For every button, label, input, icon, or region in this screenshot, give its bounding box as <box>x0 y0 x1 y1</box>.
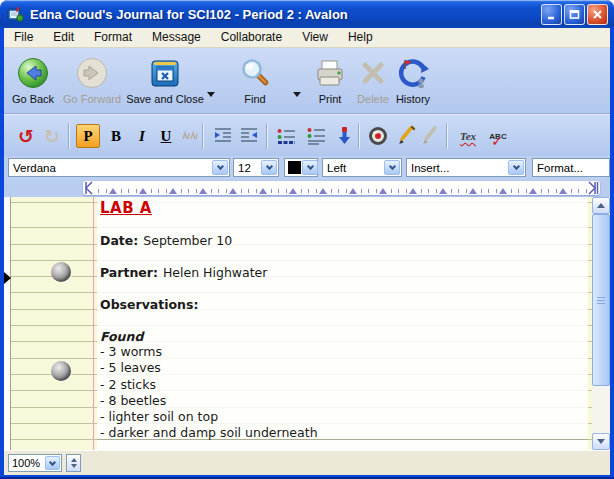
ruler-left-indent-marker[interactable] <box>84 181 94 195</box>
numbered-list-icon[interactable] <box>274 124 298 148</box>
plain-text-button[interactable]: P <box>76 124 100 148</box>
ruler-tab-marker[interactable] <box>169 188 177 194</box>
ruler-tick <box>301 189 302 193</box>
list-item: - 8 beetles <box>100 393 318 409</box>
ruler-tab-marker[interactable] <box>289 188 297 194</box>
ruler-tab-marker[interactable] <box>109 188 117 194</box>
increase-indent-icon[interactable] <box>210 124 234 148</box>
chevron-down-icon[interactable] <box>261 160 277 175</box>
print-icon <box>304 53 356 93</box>
ruler-tab-marker[interactable] <box>349 188 357 194</box>
highlighter-pen-icon[interactable] <box>394 124 418 148</box>
ruler-tick <box>331 189 332 193</box>
separator <box>202 123 203 149</box>
undo-icon[interactable]: ↺ <box>14 124 38 148</box>
zoom-spinner[interactable] <box>66 454 81 472</box>
insert-down-arrow-icon[interactable] <box>332 124 356 148</box>
format-painter-icon <box>418 124 442 148</box>
menu-help[interactable]: Help <box>338 28 383 47</box>
ruler-tick <box>271 189 272 193</box>
save-and-close-button[interactable]: Save and Close <box>122 53 208 105</box>
ruler-tab-marker[interactable] <box>139 188 147 194</box>
ruler-tab-marker[interactable] <box>559 188 567 194</box>
ruler-tick <box>406 189 407 193</box>
chevron-down-icon[interactable] <box>45 456 60 470</box>
insert-menu[interactable]: Insert... <box>406 158 526 177</box>
chevron-down-icon[interactable] <box>302 160 318 175</box>
align-select[interactable]: Left <box>322 158 402 177</box>
scrollbar-thumb[interactable] <box>592 214 610 386</box>
zoom-select[interactable]: 100% <box>8 454 62 472</box>
ruler-tab-marker[interactable] <box>229 188 237 194</box>
ruler-tab-marker[interactable] <box>469 188 477 194</box>
app-icon <box>7 6 24 23</box>
save-dropdown-arrow-icon[interactable] <box>207 92 215 97</box>
ruler-tick <box>278 189 279 193</box>
chevron-down-icon[interactable] <box>508 160 524 175</box>
ruler-tick <box>578 189 579 193</box>
font-color-select[interactable] <box>284 158 318 177</box>
find-icon <box>226 53 284 93</box>
menu-collaborate[interactable]: Collaborate <box>211 28 292 47</box>
chevron-down-icon[interactable] <box>384 160 400 175</box>
punch-hole <box>51 361 71 381</box>
italic-button[interactable]: I <box>130 124 154 148</box>
history-button[interactable]: History <box>386 53 440 105</box>
date-value: September 10 <box>143 233 232 248</box>
ruler-tick <box>556 189 557 193</box>
document-area: LAB A Date:September 10 Partner:Helen Hi… <box>4 197 610 450</box>
vertical-scrollbar[interactable] <box>592 197 610 450</box>
ruler-tick <box>481 189 482 193</box>
close-button[interactable] <box>587 4 608 25</box>
decrease-indent-icon[interactable] <box>238 124 262 148</box>
ruler-tab-marker[interactable] <box>499 188 507 194</box>
ruler-tick <box>376 189 377 193</box>
minimize-button[interactable] <box>541 4 562 25</box>
ruler-tick <box>368 189 369 193</box>
underline-button[interactable]: U <box>154 124 178 148</box>
chevron-down-icon[interactable] <box>212 160 228 175</box>
bold-button[interactable]: B <box>104 124 128 148</box>
find-dropdown-arrow-icon[interactable] <box>293 92 301 97</box>
ruler-tab-marker[interactable] <box>439 188 447 194</box>
print-button[interactable]: Print <box>304 53 356 105</box>
list-item: - 3 worms <box>100 344 318 360</box>
ruler-tick <box>361 189 362 193</box>
spin-down-icon <box>71 464 77 468</box>
target-icon[interactable] <box>366 124 390 148</box>
ruler-right-indent-marker[interactable] <box>587 181 599 195</box>
font-select[interactable]: Verdana <box>8 158 230 177</box>
format-menu[interactable]: Format... <box>532 158 610 177</box>
title-bar: Edna Cloud's Journal for SCI102 - Period… <box>0 0 614 28</box>
paragraph-marker-icon <box>4 272 11 284</box>
menu-format[interactable]: Format <box>84 28 142 47</box>
ruler-tab-marker[interactable] <box>379 188 387 194</box>
bulleted-list-icon[interactable] <box>304 124 328 148</box>
ruler-tab-marker[interactable] <box>319 188 327 194</box>
ruler-tab-marker[interactable] <box>529 188 537 194</box>
spellcheck-as-you-type-icon[interactable]: Tex <box>454 124 482 148</box>
ruler-tab-marker[interactable] <box>409 188 417 194</box>
scroll-up-button[interactable] <box>592 197 610 214</box>
go-back-button[interactable]: Go Back <box>8 53 58 105</box>
ruler-tab-marker[interactable] <box>199 188 207 194</box>
ruler-tab-marker[interactable] <box>259 188 267 194</box>
menu-file[interactable]: File <box>4 28 43 47</box>
menu-message[interactable]: Message <box>142 28 211 47</box>
menu-bar: File Edit Format Message Collaborate Vie… <box>4 28 610 48</box>
find-label: Find <box>226 93 284 105</box>
scroll-down-button[interactable] <box>592 433 610 450</box>
font-size-select[interactable]: 12 <box>233 158 279 177</box>
go-forward-icon <box>57 53 127 93</box>
punch-hole <box>51 262 71 282</box>
date-label: Date: <box>100 233 138 248</box>
menu-edit[interactable]: Edit <box>43 28 84 47</box>
spellcheck-icon[interactable]: ABC✓ <box>486 124 510 148</box>
menu-view[interactable]: View <box>292 28 338 47</box>
maximize-button[interactable] <box>564 4 585 25</box>
arrow-up-icon <box>597 203 605 208</box>
ruler-tick <box>488 189 489 193</box>
ruler-tick <box>218 189 219 193</box>
ruler-row <box>4 180 610 197</box>
find-button[interactable]: Find <box>226 53 284 105</box>
